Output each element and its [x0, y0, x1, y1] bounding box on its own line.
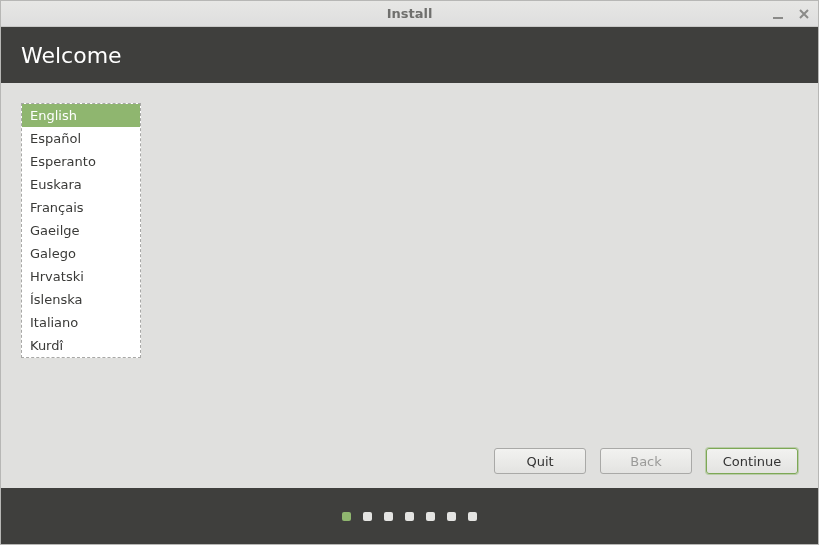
svg-rect-0 — [773, 17, 783, 19]
progress-step-dot — [384, 512, 393, 521]
page-header: Welcome — [1, 27, 818, 83]
language-item[interactable]: Íslenska — [22, 288, 140, 311]
back-button: Back — [600, 448, 692, 474]
progress-footer — [1, 488, 818, 544]
minimize-button[interactable] — [770, 6, 786, 22]
progress-step-dot — [426, 512, 435, 521]
progress-step-dot — [468, 512, 477, 521]
language-item[interactable]: Esperanto — [22, 150, 140, 173]
language-item[interactable]: Kurdî — [22, 334, 140, 357]
language-item[interactable]: English — [22, 104, 140, 127]
progress-step-dot — [447, 512, 456, 521]
quit-button[interactable]: Quit — [494, 448, 586, 474]
language-item[interactable]: Galego — [22, 242, 140, 265]
page-title: Welcome — [21, 43, 122, 68]
language-item[interactable]: Español — [22, 127, 140, 150]
window-controls — [770, 1, 812, 26]
language-item[interactable]: Gaeilge — [22, 219, 140, 242]
close-button[interactable] — [796, 6, 812, 22]
progress-step-dot — [363, 512, 372, 521]
window-title: Install — [387, 6, 433, 21]
install-window: Install Welcome EnglishEspañolEsperantoE… — [0, 0, 819, 545]
language-list[interactable]: EnglishEspañolEsperantoEuskaraFrançaisGa… — [21, 103, 141, 358]
continue-button[interactable]: Continue — [706, 448, 798, 474]
button-row: Quit Back Continue — [1, 438, 818, 488]
progress-step-dot — [405, 512, 414, 521]
titlebar: Install — [1, 1, 818, 27]
language-item[interactable]: Italiano — [22, 311, 140, 334]
language-item[interactable]: Euskara — [22, 173, 140, 196]
language-item[interactable]: Hrvatski — [22, 265, 140, 288]
progress-step-dot — [342, 512, 351, 521]
content-area: EnglishEspañolEsperantoEuskaraFrançaisGa… — [1, 83, 818, 438]
language-item[interactable]: Français — [22, 196, 140, 219]
